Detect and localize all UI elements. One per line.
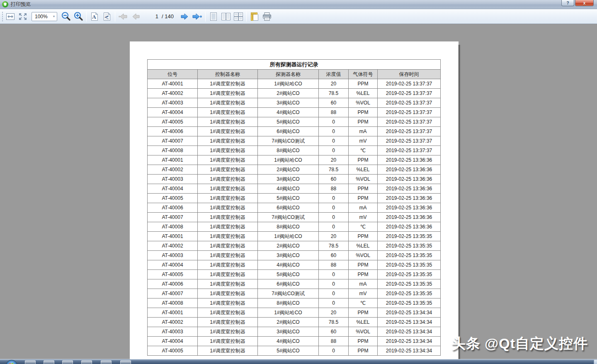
toolbar-separator — [246, 12, 247, 22]
table-cell: 60 — [319, 327, 349, 337]
table-cell: 1#调度室控制器 — [198, 89, 258, 98]
table-cell: 1#阀站哈CO — [258, 155, 319, 165]
table-cell: 4#阀站CO — [258, 184, 319, 194]
toolbar-separator — [205, 12, 206, 22]
portrait-button[interactable]: A — [89, 11, 100, 22]
zoom-select[interactable]: 100% ▾ — [32, 12, 57, 21]
table-cell: 1#阀站哈CO — [258, 79, 319, 89]
table-cell: 60 — [319, 251, 349, 260]
table-cell: AT-40008 — [148, 146, 198, 155]
column-header: 保存时间 — [378, 70, 441, 79]
table-cell: %LEL — [349, 89, 378, 98]
table-cell: 6#阀站CO — [258, 127, 319, 136]
page-setup-button[interactable] — [249, 11, 260, 22]
window-title: 打印预览 — [11, 1, 31, 8]
facing-pages-icon — [221, 12, 231, 21]
single-page-view-button[interactable] — [208, 11, 219, 22]
fit-width-button[interactable] — [5, 11, 16, 22]
last-page-button[interactable] — [192, 11, 203, 22]
table-cell: AT-40001 — [148, 155, 198, 165]
fit-width-icon — [6, 12, 15, 21]
table-cell: 2019-02-25 13:35:35 — [378, 260, 441, 270]
help-icon: ? — [566, 1, 569, 5]
table-cell: AT-40004 — [148, 108, 198, 117]
table-cell: 2019-02-25 13:36:36 — [378, 222, 441, 232]
help-button[interactable]: ? — [561, 0, 574, 6]
previous-page-icon — [131, 13, 141, 20]
preview-area[interactable]: 所有探测器运行记录 位号控制器名称探测器名称浓度值气体符号保存时间 AT-400… — [0, 24, 597, 359]
svg-text:A: A — [104, 15, 109, 19]
table-cell: %VOL — [349, 98, 378, 108]
close-button[interactable]: x — [575, 0, 594, 6]
fit-page-button[interactable] — [17, 11, 28, 22]
table-cell: 60 — [319, 175, 349, 184]
table-cell: 88 — [319, 108, 349, 117]
table-cell: AT-40003 — [148, 98, 198, 108]
table-cell: AT-40002 — [148, 165, 198, 175]
report-table-body: 所有探测器运行记录 位号控制器名称探测器名称浓度值气体符号保存时间 AT-400… — [148, 60, 441, 356]
next-page-button[interactable] — [180, 11, 190, 22]
table-cell: PPM — [349, 155, 378, 165]
table-row: AT-400081#调度室控制器8#阀站CO0℃2019-02-25 13:35… — [148, 298, 441, 308]
taskbar-item[interactable] — [101, 360, 112, 364]
table-cell: 2019-02-25 13:35:35 — [378, 232, 441, 241]
report-page: 所有探测器运行记录 位号控制器名称探测器名称浓度值气体符号保存时间 AT-400… — [130, 41, 459, 359]
table-row: AT-400041#调度室控制器4#阀站CO88PPM2019-02-25 13… — [148, 184, 441, 194]
table-cell: 0 — [319, 203, 349, 213]
app-icon — [2, 1, 8, 7]
table-cell: 78.5 — [319, 241, 349, 251]
zoom-out-button[interactable] — [61, 11, 71, 22]
table-row: AT-400041#调度室控制器4#阀站CO88PPM2019-02-25 13… — [148, 260, 441, 270]
watermark-text: 头条 @Qt自定义控件 — [451, 334, 588, 353]
page-number-field[interactable]: 1 — [149, 13, 158, 19]
taskbar-item[interactable] — [120, 360, 131, 364]
table-cell: 0 — [319, 146, 349, 155]
start-button[interactable] — [6, 360, 17, 364]
table-cell: AT-40001 — [148, 308, 198, 318]
table-cell: 1#调度室控制器 — [198, 155, 258, 165]
previous-page-button[interactable] — [130, 11, 141, 22]
show-desktop-button[interactable] — [594, 360, 597, 364]
zoom-in-button[interactable] — [73, 11, 84, 22]
table-cell: mA — [349, 127, 378, 136]
table-cell: 3#阀站CO — [258, 251, 319, 260]
table-row: AT-400021#调度室控制器2#阀站CO78.5%LEL2019-02-25… — [148, 318, 441, 327]
taskbar-item[interactable] — [81, 360, 92, 364]
table-cell: 4#阀站CO — [258, 260, 319, 270]
table-cell: 4#阀站CO — [258, 337, 319, 346]
table-cell: AT-40003 — [148, 175, 198, 184]
table-cell: 2019-02-25 13:36:36 — [378, 194, 441, 203]
taskbar-item[interactable] — [25, 360, 36, 364]
column-header: 气体符号 — [349, 70, 378, 79]
landscape-button[interactable]: A — [102, 11, 112, 22]
table-row: AT-400051#调度室控制器5#阀站CO0PPM2019-02-25 13:… — [148, 194, 441, 203]
taskbar-item[interactable] — [62, 360, 73, 364]
column-header: 位号 — [148, 70, 198, 79]
toolbar-grip[interactable] — [1, 11, 4, 22]
table-cell: AT-40004 — [148, 260, 198, 270]
table-cell: 1#调度室控制器 — [198, 298, 258, 308]
facing-pages-view-button[interactable] — [221, 11, 231, 22]
table-row: AT-400031#调度室控制器3#阀站CO60%VOL2019-02-25 1… — [148, 251, 441, 260]
table-cell: 2019-02-25 13:37:37 — [378, 146, 441, 155]
table-cell: 1#调度室控制器 — [198, 270, 258, 279]
table-cell: 60 — [319, 98, 349, 108]
first-page-button[interactable] — [118, 11, 129, 22]
table-header-row: 位号控制器名称探测器名称浓度值气体符号保存时间 — [148, 70, 441, 79]
table-cell: AT-40001 — [148, 232, 198, 241]
page-total-label: / 140 — [162, 13, 174, 19]
table-cell: 2019-02-25 13:37:37 — [378, 79, 441, 89]
overview-view-button[interactable] — [233, 11, 244, 22]
taskbar-item[interactable] — [44, 360, 54, 364]
table-cell: 2019-02-25 13:35:35 — [378, 270, 441, 279]
fit-page-icon — [18, 12, 27, 21]
table-cell: %LEL — [349, 165, 378, 175]
table-row: AT-400021#调度室控制器2#阀站CO78.5%LEL2019-02-25… — [148, 89, 441, 98]
table-cell: 1#调度室控制器 — [198, 98, 258, 108]
table-cell: 2019-02-25 13:34:34 — [378, 318, 441, 327]
zoom-in-icon — [73, 12, 83, 22]
print-button[interactable] — [262, 11, 272, 22]
table-cell: 1#调度室控制器 — [198, 241, 258, 251]
table-cell: 2019-02-25 13:35:35 — [378, 241, 441, 251]
table-cell: AT-40002 — [148, 241, 198, 251]
